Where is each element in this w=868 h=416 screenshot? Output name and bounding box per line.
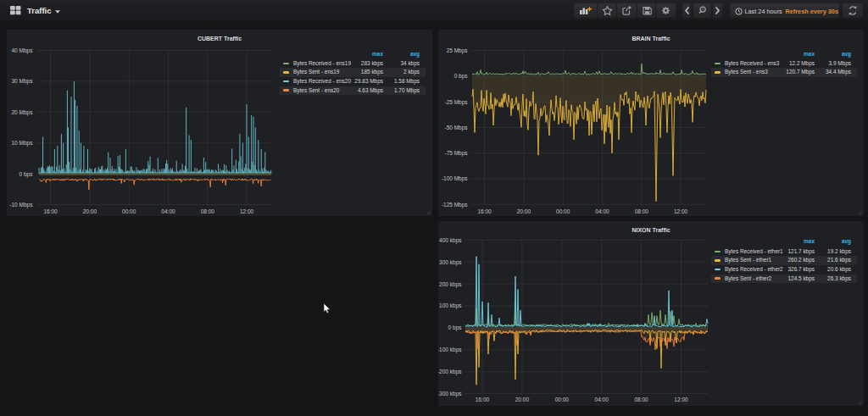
svg-text:-200 kbps: -200 kbps (438, 369, 462, 375)
svg-text:40 Mbps: 40 Mbps (11, 47, 33, 54)
svg-text:16:00: 16:00 (477, 208, 492, 214)
svg-text:20 Mbps: 20 Mbps (11, 109, 33, 116)
svg-text:00:00: 00:00 (122, 208, 136, 214)
svg-text:-125 Mbps: -125 Mbps (442, 202, 468, 208)
svg-text:12:00: 12:00 (674, 208, 688, 214)
svg-text:0 bps: 0 bps (448, 324, 463, 331)
svg-text:0 bps: 0 bps (19, 171, 33, 178)
svg-text:20:00: 20:00 (83, 208, 97, 214)
svg-text:-100 Mbps: -100 Mbps (442, 175, 468, 182)
svg-text:04:00: 04:00 (161, 208, 175, 214)
svg-text:12:00: 12:00 (674, 397, 688, 402)
svg-text:04:00: 04:00 (595, 397, 609, 402)
svg-text:10 Mbps: 10 Mbps (11, 140, 33, 147)
svg-text:30 Mbps: 30 Mbps (11, 78, 33, 85)
svg-text:12:00: 12:00 (240, 208, 254, 214)
svg-text:300 kbps: 300 kbps (439, 258, 462, 265)
svg-text:16:00: 16:00 (476, 397, 490, 402)
svg-text:-50 Mbps: -50 Mbps (444, 125, 468, 131)
svg-text:00:00: 00:00 (555, 397, 570, 402)
svg-text:-10 Mbps: -10 Mbps (9, 202, 33, 208)
svg-text:08:00: 08:00 (635, 208, 649, 214)
svg-text:20:00: 20:00 (515, 397, 530, 402)
svg-text:400 kbps: 400 kbps (439, 236, 462, 243)
svg-text:-75 Mbps: -75 Mbps (444, 150, 468, 157)
svg-text:-25 Mbps: -25 Mbps (444, 99, 468, 106)
svg-text:04:00: 04:00 (595, 208, 609, 214)
svg-text:-300 kbps: -300 kbps (438, 391, 462, 397)
svg-text:16:00: 16:00 (43, 208, 58, 214)
svg-text:08:00: 08:00 (201, 208, 215, 214)
svg-text:200 kbps: 200 kbps (439, 280, 462, 287)
svg-text:0 bps: 0 bps (454, 73, 469, 80)
svg-text:00:00: 00:00 (556, 208, 570, 214)
svg-text:25 Mbps: 25 Mbps (447, 47, 469, 54)
svg-text:100 kbps: 100 kbps (439, 302, 462, 309)
svg-text:08:00: 08:00 (634, 397, 648, 402)
svg-text:-100 kbps: -100 kbps (438, 347, 462, 353)
svg-text:20:00: 20:00 (517, 208, 531, 214)
